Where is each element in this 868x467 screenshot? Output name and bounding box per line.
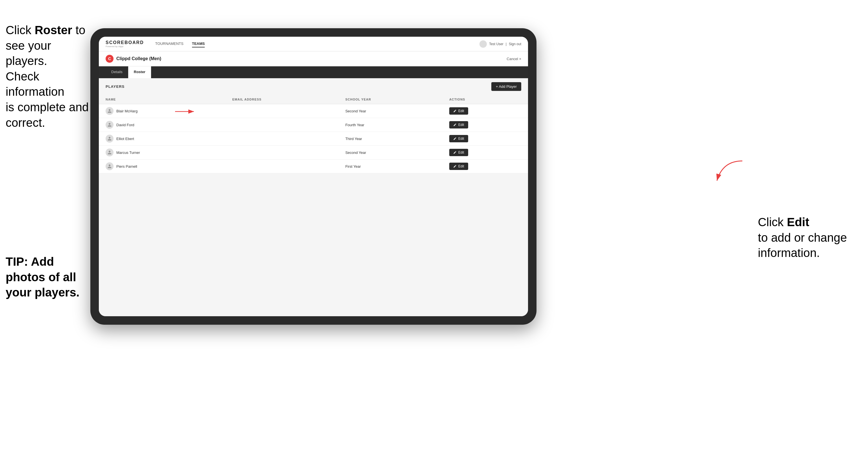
header-right: Test User | Sign out xyxy=(479,40,521,48)
player-avatar xyxy=(105,162,114,170)
col-name: NAME xyxy=(99,95,226,104)
user-name: Test User xyxy=(489,42,503,46)
table-row: David Ford Fourth Year Edit xyxy=(99,118,528,132)
roster-arrow xyxy=(175,106,203,117)
nav-teams[interactable]: TEAMS xyxy=(192,40,205,48)
player-actions: Edit xyxy=(442,146,528,159)
edit-player-button[interactable]: Edit xyxy=(449,121,468,128)
nav-tournaments[interactable]: TOURNAMENTS xyxy=(155,40,184,48)
player-email xyxy=(226,104,339,118)
edit-bold: Edit xyxy=(787,215,809,229)
col-actions: ACTIONS xyxy=(442,95,528,104)
edit-player-button[interactable]: Edit xyxy=(449,149,468,156)
content-area: PLAYERS + Add Player NAME EMAIL ADDRESS … xyxy=(99,78,528,316)
player-school-year: Second Year xyxy=(339,146,442,159)
player-email xyxy=(226,146,339,159)
player-school-year: Third Year xyxy=(339,132,442,146)
player-school-year: Fourth Year xyxy=(339,118,442,132)
col-email: EMAIL ADDRESS xyxy=(226,95,339,104)
team-header: C Clippd College (Men) Cancel × xyxy=(99,52,528,66)
edit-player-button[interactable]: Edit xyxy=(449,135,468,142)
players-header: PLAYERS + Add Player xyxy=(99,78,528,95)
player-name-cell: Marcus Turner xyxy=(99,146,226,159)
logo-subtitle: Powered by clippi xyxy=(105,45,144,48)
nav-links: TOURNAMENTS TEAMS xyxy=(155,40,480,48)
table-row: Piers Parnell First Year Edit xyxy=(99,159,528,174)
tablet-device: SCOREBOARD Powered by clippi TOURNAMENTS… xyxy=(90,28,536,325)
player-name-cell: David Ford xyxy=(99,118,226,132)
tab-roster[interactable]: Roster xyxy=(128,66,151,78)
tablet-screen: SCOREBOARD Powered by clippi TOURNAMENTS… xyxy=(99,37,528,316)
player-avatar xyxy=(105,107,114,115)
table-row: Marcus Turner Second Year Edit xyxy=(99,146,528,159)
player-school-year: First Year xyxy=(339,159,442,174)
edit-arrow xyxy=(706,158,745,192)
logo-title: SCOREBOARD xyxy=(105,40,144,45)
team-name-area: C Clippd College (Men) xyxy=(105,55,161,63)
player-name: Piers Parnell xyxy=(116,164,137,168)
player-name: David Ford xyxy=(116,123,134,127)
logo-area: SCOREBOARD Powered by clippi xyxy=(105,40,144,48)
player-actions: Edit xyxy=(442,104,528,118)
player-name-cell: Piers Parnell xyxy=(99,159,226,174)
separator: | xyxy=(506,42,506,46)
player-actions: Edit xyxy=(442,118,528,132)
player-name: Elliot Ebert xyxy=(116,137,134,141)
player-name-cell: Blair McHarg xyxy=(99,104,226,118)
player-name: Blair McHarg xyxy=(116,109,137,113)
user-avatar xyxy=(479,40,487,48)
player-email xyxy=(226,159,339,174)
team-icon: C xyxy=(105,55,114,63)
player-name-cell: Elliot Ebert xyxy=(99,132,226,146)
player-avatar xyxy=(105,149,114,156)
edit-player-button[interactable]: Edit xyxy=(449,163,468,170)
instruction-text: Click Roster tosee your players.Check in… xyxy=(6,24,89,129)
tip-block: TIP: Add photos of all your players. xyxy=(6,254,96,301)
sign-out-link[interactable]: Sign out xyxy=(509,42,521,46)
col-school-year: SCHOOL YEAR xyxy=(339,95,442,104)
roster-bold: Roster xyxy=(35,24,72,37)
player-name: Marcus Turner xyxy=(116,151,140,155)
table-head: NAME EMAIL ADDRESS SCHOOL YEAR ACTIONS xyxy=(99,95,528,104)
table-header-row: NAME EMAIL ADDRESS SCHOOL YEAR ACTIONS xyxy=(99,95,528,104)
players-table: NAME EMAIL ADDRESS SCHOOL YEAR ACTIONS B… xyxy=(99,95,528,174)
right-instruction-text: Click Editto add or changeinformation. xyxy=(758,215,847,259)
players-title: PLAYERS xyxy=(105,85,125,89)
add-player-button[interactable]: + Add Player xyxy=(491,82,521,91)
player-school-year: Second Year xyxy=(339,104,442,118)
tab-bar: Details Roster xyxy=(99,66,528,78)
left-instruction-block: Click Roster tosee your players.Check in… xyxy=(6,23,90,130)
right-instruction-block: Click Editto add or changeinformation. xyxy=(758,215,860,261)
tab-details[interactable]: Details xyxy=(105,66,128,78)
table-row: Elliot Ebert Third Year Edit xyxy=(99,132,528,146)
table-body: Blair McHarg Second Year Edit David Ford… xyxy=(99,104,528,174)
tip-text-content: TIP: Add photos of all your players. xyxy=(6,255,79,299)
app-header: SCOREBOARD Powered by clippi TOURNAMENTS… xyxy=(99,37,528,52)
edit-player-button[interactable]: Edit xyxy=(449,107,468,115)
team-name: Clippd College (Men) xyxy=(116,56,161,61)
player-actions: Edit xyxy=(442,132,528,146)
player-email xyxy=(226,132,339,146)
player-avatar xyxy=(105,135,114,143)
player-actions: Edit xyxy=(442,159,528,174)
cancel-button[interactable]: Cancel × xyxy=(506,57,521,61)
player-email xyxy=(226,118,339,132)
player-avatar xyxy=(105,121,114,129)
table-row: Blair McHarg Second Year Edit xyxy=(99,104,528,118)
